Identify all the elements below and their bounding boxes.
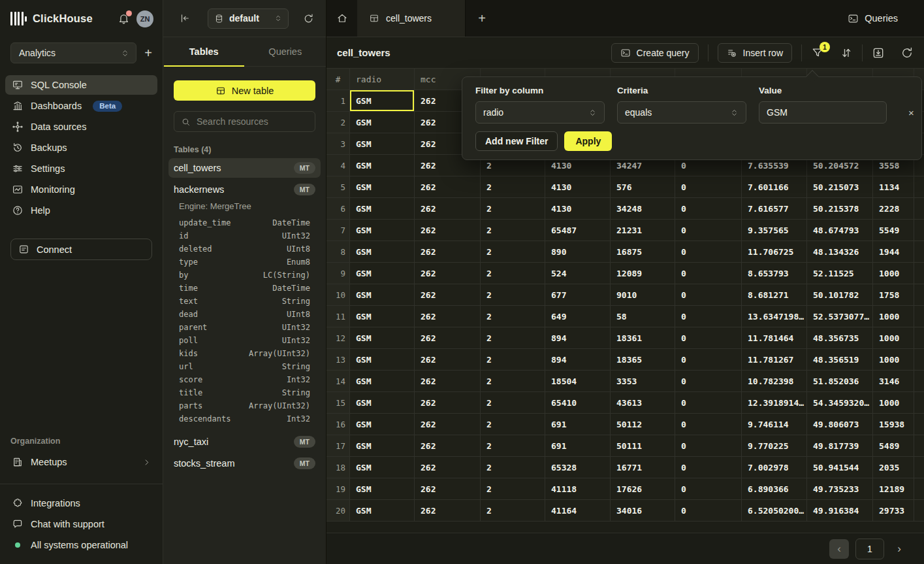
table-cell[interactable]: GSM (350, 392, 415, 413)
table-cell[interactable]: 262 (415, 435, 481, 456)
table-cell[interactable]: 262 (415, 306, 481, 327)
table-cell[interactable]: 2 (481, 263, 545, 284)
table-cell[interactable]: 2 (481, 306, 545, 327)
table-cell[interactable]: 262 (415, 263, 481, 284)
table-cell[interactable]: 2035 (873, 457, 914, 478)
table-cell[interactable]: 3146 (873, 371, 914, 391)
table-cell[interactable]: GSM (350, 349, 415, 370)
create-query-button[interactable]: Create query (611, 43, 699, 63)
tab-tables[interactable]: Tables (163, 37, 245, 66)
table-cell[interactable]: GSM (350, 414, 415, 435)
table-cell[interactable]: 262 (415, 478, 481, 499)
table-cell[interactable]: 18361 (611, 327, 675, 348)
table-cell[interactable]: 0 (675, 457, 742, 478)
table-cell[interactable]: 48.674793 (807, 220, 873, 241)
table-cell[interactable]: 1944 (873, 241, 914, 262)
table-cell[interactable]: 262 (415, 371, 481, 391)
table-cell[interactable]: 8.653793 (742, 263, 807, 284)
table-cell[interactable]: 58 (611, 306, 675, 327)
table-cell[interactable]: 0 (675, 327, 742, 348)
table-cell[interactable]: 2 (481, 284, 545, 305)
filter-value-input[interactable]: GSM (759, 101, 887, 124)
row-number-cell[interactable]: 18 (327, 457, 350, 478)
table-cell[interactable]: 51.852036 (807, 371, 873, 391)
table-cell[interactable]: 1000 (873, 349, 914, 370)
table-item-hackernews[interactable]: hackernewsMT (168, 180, 321, 199)
row-number-cell[interactable]: 1 (327, 90, 350, 111)
table-cell[interactable]: 5549 (873, 220, 914, 241)
table-item-cell_towers[interactable]: cell_towersMT (168, 158, 321, 178)
next-page-button[interactable]: › (891, 539, 908, 559)
table-item-stocks_stream[interactable]: stocks_streamMT (168, 454, 321, 473)
table-cell[interactable]: 0 (675, 500, 742, 521)
table-cell[interactable]: 13.6347198… (742, 306, 807, 327)
table-cell[interactable]: 11.781464 (742, 327, 807, 348)
table-cell[interactable]: 65410 (545, 392, 611, 413)
table-cell[interactable]: 2 (481, 371, 545, 391)
table-cell[interactable]: 2 (481, 220, 545, 241)
table-cell[interactable]: 9.770225 (742, 435, 807, 456)
table-cell[interactable]: GSM (350, 263, 415, 284)
row-number-cell[interactable]: 12 (327, 327, 350, 348)
table-cell[interactable]: 2 (481, 414, 545, 435)
table-cell[interactable]: 6.52050200… (742, 500, 807, 521)
table-cell[interactable]: GSM (350, 457, 415, 478)
tab-cell-towers[interactable]: cell_towers (357, 0, 466, 37)
table-cell[interactable]: GSM (350, 155, 415, 176)
new-table-button[interactable]: New table (174, 80, 315, 101)
row-number-cell[interactable]: 11 (327, 306, 350, 327)
table-cell[interactable]: 65487 (545, 220, 611, 241)
table-cell[interactable]: 677 (545, 284, 611, 305)
table-item-nyc_taxi[interactable]: nyc_taxiMT (168, 432, 321, 452)
table-cell[interactable]: 50.941544 (807, 457, 873, 478)
table-cell[interactable]: 34248 (611, 198, 675, 219)
current-page-button[interactable]: 1 (855, 539, 884, 559)
table-cell[interactable]: 52.11525 (807, 263, 873, 284)
table-cell[interactable]: 16875 (611, 241, 675, 262)
table-cell[interactable]: 2 (481, 241, 545, 262)
row-number-cell[interactable]: 19 (327, 478, 350, 499)
refresh-data-icon[interactable] (900, 46, 914, 59)
table-cell[interactable]: 2 (481, 478, 545, 499)
table-cell[interactable]: 15938 (873, 414, 914, 435)
table-cell[interactable]: 52.5373077… (807, 306, 873, 327)
sidebar-item-integrations[interactable]: Integrations (5, 493, 157, 513)
table-cell[interactable]: 50112 (611, 414, 675, 435)
row-number-cell[interactable]: 4 (327, 155, 350, 176)
download-icon[interactable] (872, 46, 885, 59)
table-cell[interactable]: 262 (415, 220, 481, 241)
table-cell[interactable]: 0 (675, 241, 742, 262)
table-cell[interactable]: 0 (675, 220, 742, 241)
table-cell[interactable]: 50.215073 (807, 176, 873, 197)
table-cell[interactable]: 2 (481, 392, 545, 413)
table-cell[interactable]: 48.356735 (807, 327, 873, 348)
table-cell[interactable]: 54.3459320… (807, 392, 873, 413)
table-cell[interactable]: 524 (545, 263, 611, 284)
table-cell[interactable]: 48.356519 (807, 349, 873, 370)
prev-page-button[interactable]: ‹ (829, 539, 849, 559)
table-cell[interactable]: 12089 (611, 263, 675, 284)
table-cell[interactable]: 48.134326 (807, 241, 873, 262)
table-cell[interactable]: 50.215378 (807, 198, 873, 219)
table-cell[interactable]: 262 (415, 198, 481, 219)
table-cell[interactable]: 34016 (611, 500, 675, 521)
new-tab-button[interactable]: + (466, 0, 498, 37)
table-cell[interactable]: 50111 (611, 435, 675, 456)
table-cell[interactable]: 262 (415, 241, 481, 262)
table-cell[interactable]: 2228 (873, 198, 914, 219)
sidebar-item-settings[interactable]: Settings (5, 159, 157, 178)
column-header[interactable]: radio (350, 69, 415, 90)
table-cell[interactable]: 49.806073 (807, 414, 873, 435)
table-cell[interactable]: 0 (675, 284, 742, 305)
table-cell[interactable]: 4130 (545, 176, 611, 197)
table-cell[interactable]: 41164 (545, 500, 611, 521)
table-cell[interactable]: 49.916384 (807, 500, 873, 521)
sidebar-item-data-sources[interactable]: Data sources (5, 117, 157, 137)
table-cell[interactable]: 4130 (545, 198, 611, 219)
connect-button[interactable]: Connect (10, 239, 152, 260)
table-cell[interactable]: GSM (350, 241, 415, 262)
table-cell[interactable]: 1000 (873, 306, 914, 327)
sidebar-item-backups[interactable]: Backups (5, 138, 157, 158)
table-cell[interactable]: 3353 (611, 371, 675, 391)
table-cell[interactable]: 11.781267 (742, 349, 807, 370)
